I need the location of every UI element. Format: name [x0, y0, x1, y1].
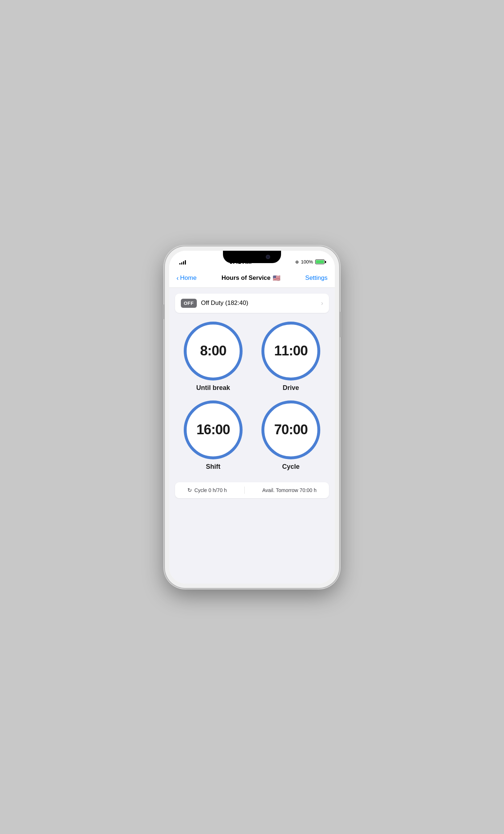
clock-circle-drive: 11:00	[261, 322, 320, 380]
back-chevron-icon: ‹	[176, 275, 179, 281]
nav-flag: 🇺🇸	[273, 274, 280, 282]
phone-notch	[223, 251, 281, 263]
nav-title: Hours of Service 🇺🇸	[221, 274, 280, 282]
signal-bars	[179, 259, 186, 265]
avail-info: Avail. Tomorrow 70:00 h	[262, 487, 317, 493]
phone-screen: 9:41 AM ⊕ 100% ‹ Home Hours of Service 🇺…	[169, 251, 335, 584]
back-button[interactable]: ‹ Home	[176, 274, 196, 282]
lock-icon: ⊕	[295, 259, 299, 265]
signal-bar-2	[181, 262, 182, 265]
off-duty-card[interactable]: OFF Off Duty (182:40) ›	[175, 294, 329, 313]
clock-label-cycle: Cycle	[282, 463, 300, 471]
settings-button[interactable]: Settings	[305, 274, 328, 282]
off-duty-text: Off Duty (182:40)	[201, 299, 248, 307]
battery-icon	[315, 259, 325, 264]
clock-item-cycle[interactable]: 70:00 Cycle	[256, 400, 326, 471]
signal-bar-1	[179, 263, 180, 265]
clocks-grid: 8:00 Until break 11:00 Drive 16:00 Shift	[175, 322, 329, 471]
clock-label-shift: Shift	[206, 463, 220, 471]
clock-time-break: 8:00	[200, 343, 226, 359]
cycle-info-text: Cycle 0 h/70 h	[194, 487, 227, 493]
off-duty-left: OFF Off Duty (182:40)	[181, 299, 248, 308]
clock-label-drive: Drive	[283, 384, 299, 392]
back-label: Home	[180, 274, 196, 282]
phone-frame: 9:41 AM ⊕ 100% ‹ Home Hours of Service 🇺…	[165, 246, 339, 588]
refresh-icon: ↻	[187, 487, 192, 493]
info-divider	[244, 487, 245, 494]
status-right: ⊕ 100%	[295, 259, 325, 265]
signal-bar-3	[183, 261, 184, 265]
battery-percent: 100%	[301, 259, 313, 265]
bottom-info-bar: ↻ Cycle 0 h/70 h Avail. Tomorrow 70:00 h	[175, 482, 329, 498]
clock-circle-break: 8:00	[184, 322, 243, 380]
clock-item-shift[interactable]: 16:00 Shift	[178, 400, 248, 471]
main-content: OFF Off Duty (182:40) › 8:00 Until break…	[169, 288, 335, 584]
clock-circle-shift: 16:00	[184, 400, 243, 459]
clock-label-break: Until break	[196, 384, 230, 392]
nav-bar: ‹ Home Hours of Service 🇺🇸 Settings	[169, 269, 335, 288]
battery-fill	[316, 260, 324, 263]
off-duty-chevron-icon: ›	[321, 299, 323, 307]
notch-camera	[266, 255, 270, 259]
clock-time-cycle: 70:00	[274, 422, 308, 438]
clock-time-shift: 16:00	[196, 422, 230, 438]
clock-circle-cycle: 70:00	[261, 400, 320, 459]
clock-item-break[interactable]: 8:00 Until break	[178, 322, 248, 392]
cycle-info: ↻ Cycle 0 h/70 h	[187, 487, 227, 493]
clock-item-drive[interactable]: 11:00 Drive	[256, 322, 326, 392]
status-left	[179, 259, 186, 265]
nav-title-text: Hours of Service	[221, 274, 271, 282]
avail-info-text: Avail. Tomorrow 70:00 h	[262, 487, 317, 493]
clock-time-drive: 11:00	[274, 343, 308, 359]
off-duty-badge: OFF	[181, 299, 197, 308]
